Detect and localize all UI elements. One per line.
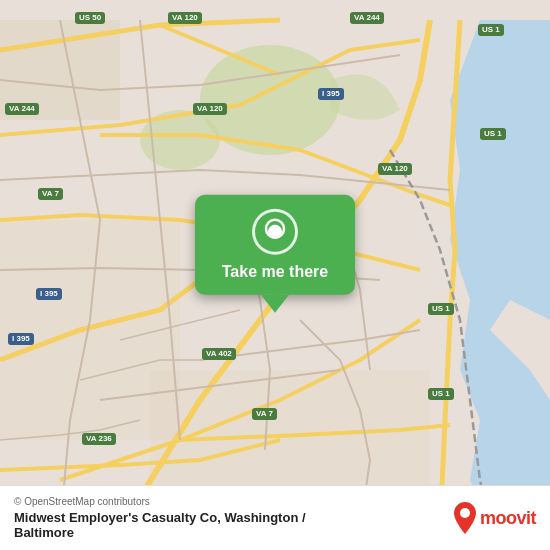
shield-va7a: VA 7 xyxy=(38,188,63,200)
shield-us1d: US 1 xyxy=(428,388,454,400)
bottom-bar-text: © OpenStreetMap contributors Midwest Emp… xyxy=(14,496,442,540)
shield-i395c: I 395 xyxy=(8,333,34,345)
shield-va402: VA 402 xyxy=(202,348,236,360)
moovit-pin-icon xyxy=(454,502,476,534)
shield-va244b: VA 244 xyxy=(5,103,39,115)
moovit-logo: moovit xyxy=(454,502,536,534)
shield-va120b: VA 120 xyxy=(193,103,227,115)
shield-va120c: VA 120 xyxy=(378,163,412,175)
moovit-text: moovit xyxy=(480,508,536,529)
shield-i395a: I 395 xyxy=(318,88,344,100)
copyright-text: © OpenStreetMap contributors xyxy=(14,496,442,507)
svg-point-9 xyxy=(460,508,470,518)
shield-us1c: US 1 xyxy=(428,303,454,315)
shield-va244a: VA 244 xyxy=(350,12,384,24)
shield-va7b: VA 7 xyxy=(252,408,277,420)
popup-box[interactable]: Take me there xyxy=(195,195,355,295)
map-popup[interactable]: Take me there xyxy=(195,195,355,313)
location-pin-icon xyxy=(252,209,298,255)
svg-point-7 xyxy=(266,220,284,238)
popup-label[interactable]: Take me there xyxy=(222,263,328,281)
map-container: Alexandria US 50 VA 120 VA 244 US 1 VA 2… xyxy=(0,0,550,550)
shield-us1a: US 1 xyxy=(478,24,504,36)
shield-i395b: I 395 xyxy=(36,288,62,300)
shield-va120a: VA 120 xyxy=(168,12,202,24)
shield-us50: US 50 xyxy=(75,12,105,24)
location-name: Midwest Employer's Casualty Co, Washingt… xyxy=(14,510,442,540)
shield-va236: VA 236 xyxy=(82,433,116,445)
bottom-bar: © OpenStreetMap contributors Midwest Emp… xyxy=(0,485,550,550)
shield-us1b: US 1 xyxy=(480,128,506,140)
svg-point-8 xyxy=(271,225,279,233)
pin-svg xyxy=(261,218,289,246)
popup-tail xyxy=(261,295,289,313)
